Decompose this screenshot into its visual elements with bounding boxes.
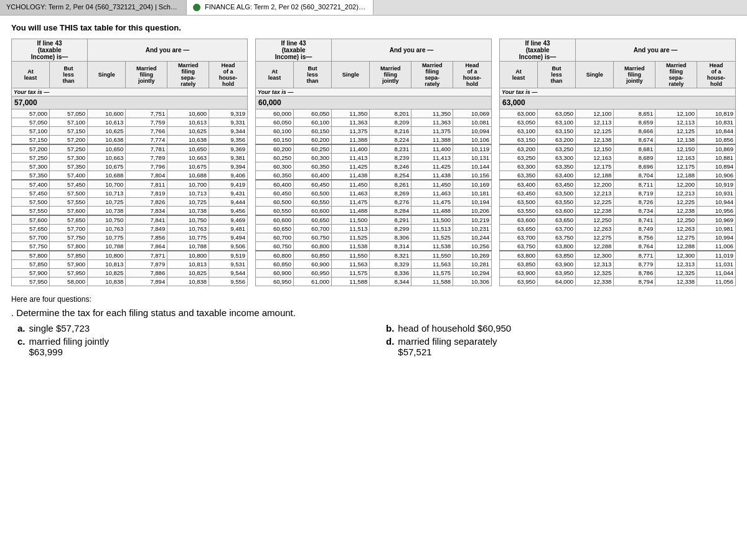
table-row: 60,70060,75011,5258,30611,52510,244 bbox=[256, 233, 492, 242]
table-row: 57,85057,90010,8137,87910,8139,531 bbox=[12, 260, 248, 269]
col-but-less-63: Butlessthan bbox=[538, 62, 576, 88]
col-at-least-60: Atleast bbox=[256, 62, 294, 88]
here-are-text: Here are four questions: bbox=[11, 295, 736, 304]
table-row: 57,75057,80010,7887,86410,7889,506 bbox=[12, 242, 248, 251]
table-row: 60,05060,10011,3638,20911,36310,081 bbox=[256, 118, 492, 127]
table-row: 57,10057,15010,6257,76610,6259,344 bbox=[12, 127, 248, 136]
col-married-jointly-63: Marriedfilingjointly bbox=[614, 62, 655, 88]
table-row: 63,85063,90012,3138,77912,31311,031 bbox=[500, 260, 736, 269]
qa-text-d: married filing separately $57,521 bbox=[398, 336, 497, 357]
table-row: 60,95061,00011,5888,34411,58810,306 bbox=[256, 278, 492, 286]
table-row: 63,25063,30012,1638,68912,16310,881 bbox=[500, 154, 736, 162]
table-row: 63,00063,05012,1008,65112,10010,819 bbox=[500, 110, 736, 118]
qa-label-a: a. bbox=[17, 323, 26, 334]
table-row: 63,05063,10012,1138,65912,11310,831 bbox=[500, 118, 736, 127]
col-head-60: Headof ahouse-hold bbox=[453, 62, 492, 88]
table-row: 60,65060,70011,5138,29911,51310,231 bbox=[256, 225, 492, 233]
table-row: 57,80057,85010,8007,87110,8009,519 bbox=[12, 251, 248, 260]
table-row: 60,50060,55011,4758,27611,47510,194 bbox=[256, 198, 492, 207]
tax-table-63000: If line 43(taxableIncome) is— And you ar… bbox=[499, 39, 736, 286]
qa-item-c: c. married filing jointly $63,999 bbox=[17, 336, 367, 357]
col-single-57: Single bbox=[88, 62, 126, 88]
and-you-are-label-57: And you are — bbox=[88, 39, 248, 62]
table-row: 57,25057,30010,6637,78910,6639,381 bbox=[12, 154, 248, 162]
table-row: 57,05057,10010,6137,75910,6139,331 bbox=[12, 118, 248, 127]
table-row: 57,50057,55010,7257,82610,7259,444 bbox=[12, 198, 248, 207]
table-row: 63,20063,25012,1508,68112,15010,869 bbox=[500, 144, 736, 154]
tbody-57000: 57,00057,00057,05010,6007,75110,6009,319… bbox=[12, 96, 248, 286]
table-row: 63,95064,00012,3388,79412,33811,056 bbox=[500, 278, 736, 286]
table-row: 60,85060,90011,5638,32911,56310,281 bbox=[256, 260, 492, 269]
table-row: 63,50063,55012,2258,72612,22510,944 bbox=[500, 198, 736, 207]
table-row: 57,15057,20010,6387,77410,6389,356 bbox=[12, 136, 248, 145]
table-row: 57,65057,70010,7637,84910,7639,481 bbox=[12, 225, 248, 233]
col-head-63: Headof ahouse-hold bbox=[697, 62, 736, 88]
qa-grid: a. single $57,723 b. head of household $… bbox=[17, 323, 736, 357]
table-row: 60,35060,40011,4388,25411,43810,156 bbox=[256, 171, 492, 180]
your-tax-label-60: Your tax is — bbox=[256, 88, 492, 96]
page-content: You will use THIS tax table for this que… bbox=[0, 16, 747, 365]
col-married-sepa-57: Marriedfilingsepa-rately bbox=[167, 62, 209, 88]
table-row: 60,80060,85011,5508,32111,55010,269 bbox=[256, 251, 492, 260]
and-you-are-label-60: And you are — bbox=[332, 39, 492, 62]
tab-psychology[interactable]: YCHOLOGY: Term 2, Per 04 (560_732121_204… bbox=[0, 0, 187, 15]
table-row: 60,90060,95011,5758,33611,57510,294 bbox=[256, 269, 492, 278]
col-married-jointly-57: Marriedfilingjointly bbox=[126, 62, 167, 88]
tab-finance[interactable]: FINANCE ALG: Term 2, Per 02 (560_302721_… bbox=[187, 0, 374, 15]
table-row: 57,95058,00010,8387,89410,8389,556 bbox=[12, 278, 248, 286]
table-row: 63,70063,75012,2758,75612,27510,994 bbox=[500, 233, 736, 242]
table-row: 57,60057,65010,7507,84110,7509,469 bbox=[12, 215, 248, 225]
if-line-43-label-60: If line 43(taxableIncome) is— bbox=[256, 39, 332, 62]
table-row: 60,40060,45011,4508,26111,45010,169 bbox=[256, 180, 492, 189]
table-row: 60,55060,60011,4888,28411,48810,206 bbox=[256, 207, 492, 216]
table-row: 63,65063,70012,2638,74912,26310,981 bbox=[500, 225, 736, 233]
tab-finance-label: FINANCE ALG: Term 2, Per 02 (560_302721_… bbox=[205, 3, 374, 11]
table-row: 63,60063,65012,2508,74112,25010,969 bbox=[500, 215, 736, 225]
qa-item-a: a. single $57,723 bbox=[17, 323, 367, 334]
col-head-57: Headof ahouse-hold bbox=[209, 62, 248, 88]
table-row: 57,70057,75010,7757,85610,7759,494 bbox=[12, 233, 248, 242]
tbody-60000: 60,00060,00060,05011,3508,20111,35010,06… bbox=[256, 96, 492, 286]
col-at-least-57: Atleast bbox=[12, 62, 50, 88]
tbody-63000: 63,00063,00063,05012,1008,65112,10010,81… bbox=[500, 96, 736, 286]
table-row: 60,20060,25011,4008,23111,40010,119 bbox=[256, 144, 492, 154]
table-row: 63,45063,50012,2138,71912,21310,931 bbox=[500, 189, 736, 198]
qa-text-a: single $57,723 bbox=[29, 323, 90, 334]
col-married-sepa-63: Marriedfilingsepa-rately bbox=[655, 62, 697, 88]
table-row: 60,00060,05011,3508,20111,35010,069 bbox=[256, 110, 492, 118]
table-row: 57,55057,60010,7387,83410,7389,456 bbox=[12, 207, 248, 216]
tax-table-57000: If line 43(taxableIncome) is— And you ar… bbox=[11, 39, 248, 286]
table-row: 63,55063,60012,2388,73412,23810,956 bbox=[500, 207, 736, 216]
your-tax-label-57: Your tax is — bbox=[12, 88, 248, 96]
tax-table-60000: If line 43(taxableIncome) is— And you ar… bbox=[255, 39, 492, 286]
col-but-less-57: Butlessthan bbox=[50, 62, 88, 88]
tables-wrapper: If line 43(taxableIncome) is— And you ar… bbox=[11, 39, 736, 286]
and-you-are-label-63: And you are — bbox=[576, 39, 736, 62]
qa-item-d: d. married filing separately $57,521 bbox=[386, 336, 736, 357]
qa-item-b: b. head of household $60,950 bbox=[386, 323, 736, 334]
browser-tabs: YCHOLOGY: Term 2, Per 04 (560_732121_204… bbox=[0, 0, 747, 16]
table-row: 57,40057,45010,7007,81110,7009,419 bbox=[12, 180, 248, 189]
table-row: 63,10063,15012,1258,66612,12510,844 bbox=[500, 127, 736, 136]
col-at-least-63: Atleast bbox=[500, 62, 538, 88]
table-row: 57,30057,35010,6757,79610,6759,394 bbox=[12, 162, 248, 171]
table-row: 63,35063,40012,1888,70412,18810,906 bbox=[500, 171, 736, 180]
col-but-less-60: Butlessthan bbox=[294, 62, 332, 88]
table-row: 60,10060,15011,3758,21611,37510,094 bbox=[256, 127, 492, 136]
if-line-43-label-63: If line 43(taxableIncome) is— bbox=[500, 39, 576, 62]
table-row: 63,15063,20012,1388,67412,13810,856 bbox=[500, 136, 736, 145]
table-row: 60,75060,80011,5388,31411,53810,256 bbox=[256, 242, 492, 251]
table-row: 57,20057,25010,6507,78110,6509,369 bbox=[12, 144, 248, 154]
table-row: 63,30063,35012,1758,69612,17510,894 bbox=[500, 162, 736, 171]
your-tax-label-63: Your tax is — bbox=[500, 88, 736, 96]
col-married-sepa-60: Marriedfilingsepa-rately bbox=[411, 62, 453, 88]
table-row: 63,80063,85012,3008,77112,30011,019 bbox=[500, 251, 736, 260]
col-single-60: Single bbox=[332, 62, 370, 88]
tab-psychology-label: YCHOLOGY: Term 2, Per 04 (560_732121_204… bbox=[6, 3, 187, 11]
table-row: 57,00057,05010,6007,75110,6009,319 bbox=[12, 110, 248, 118]
instruction-text: You will use THIS tax table for this que… bbox=[11, 23, 736, 32]
table-row: 63,40063,45012,2008,71112,20010,919 bbox=[500, 180, 736, 189]
qa-label-c: c. bbox=[17, 336, 26, 347]
schoology-icon bbox=[193, 4, 200, 11]
table-row: 57,35057,40010,6887,80410,6889,406 bbox=[12, 171, 248, 180]
